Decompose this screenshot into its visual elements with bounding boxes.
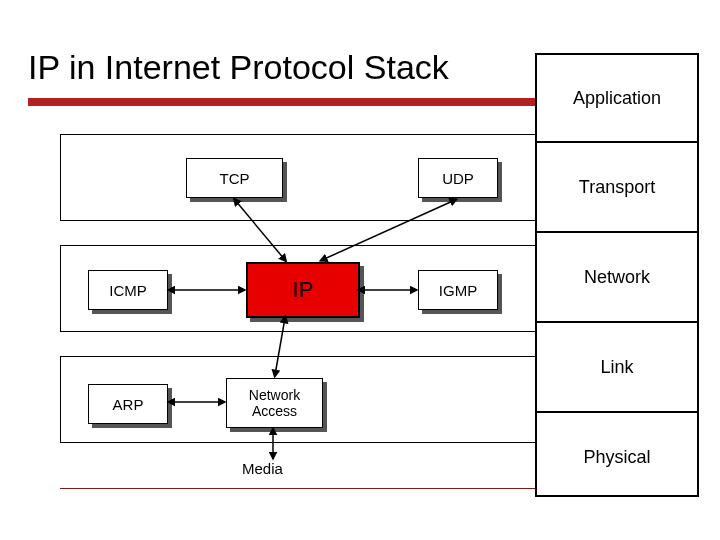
stack-column: Application Transport Network Link Physi… (535, 53, 699, 497)
protocol-arp: ARP (88, 384, 168, 424)
protocol-igmp: IGMP (418, 270, 498, 310)
protocol-network-access: Network Access (226, 378, 323, 428)
bottom-rule (60, 488, 558, 489)
stack-transport: Transport (537, 143, 697, 233)
protocol-ip: IP (246, 262, 360, 318)
stack-application: Application (537, 55, 697, 143)
protocol-icmp: ICMP (88, 270, 168, 310)
slide-title: IP in Internet Protocol Stack (28, 48, 449, 87)
media-label: Media (242, 460, 283, 477)
stack-network: Network (537, 233, 697, 323)
protocol-tcp: TCP (186, 158, 283, 198)
protocol-diagram: TCP UDP ICMP IGMP IP Network Access ARP … (60, 130, 560, 500)
stack-link: Link (537, 323, 697, 413)
slide: IP in Internet Protocol Stack TCP UDP IC… (0, 0, 720, 540)
stack-physical: Physical (537, 413, 697, 501)
protocol-udp: UDP (418, 158, 498, 198)
